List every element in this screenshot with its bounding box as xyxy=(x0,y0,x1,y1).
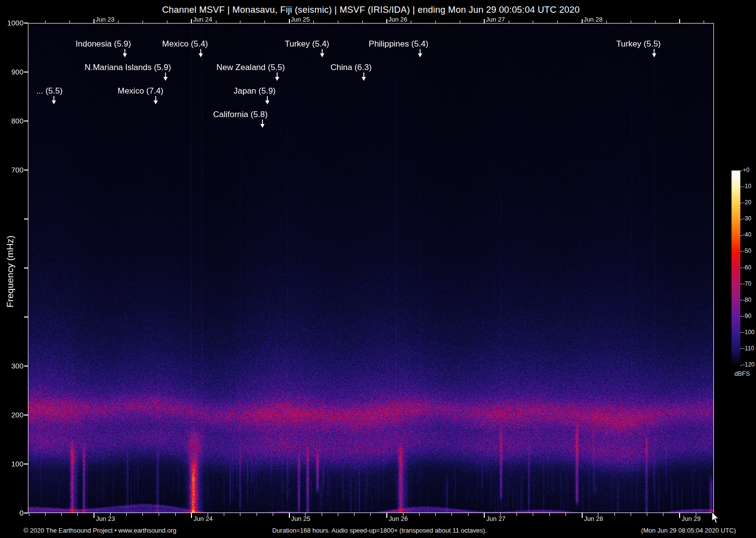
x-axis-bottom-tick xyxy=(175,513,176,516)
x-axis-bottom-tick xyxy=(159,513,159,516)
x-axis-top-tick xyxy=(45,21,46,23)
annotation-arrow-holder xyxy=(651,49,657,57)
x-axis-bottom-tick xyxy=(61,513,62,516)
x-axis-bottom-label: Jun 25 xyxy=(291,515,310,522)
footer-copyright: © 2020 The Earthsound Project • www.eart… xyxy=(24,527,176,534)
y-axis-tick xyxy=(24,415,28,416)
x-axis-top-tick xyxy=(533,21,533,23)
annotation-arrow-holder xyxy=(153,96,159,104)
colorbar-tick xyxy=(740,348,742,349)
x-axis-bottom-tick xyxy=(679,513,680,518)
x-axis-bottom-tick xyxy=(468,513,469,516)
x-axis-bottom-tick xyxy=(257,513,257,516)
y-axis-label: 800 xyxy=(2,117,24,125)
y-axis-label: 100 xyxy=(2,460,24,468)
x-axis-bottom-tick xyxy=(305,513,306,516)
colorbar-tick-label: +0 xyxy=(743,167,750,173)
down-arrow-icon xyxy=(361,73,367,81)
colorbar-tick-label: -80 xyxy=(743,296,751,303)
x-axis-bottom-label: Jun 27 xyxy=(486,515,505,522)
y-axis-label: 1000 xyxy=(2,19,24,27)
x-axis-bottom-tick xyxy=(208,513,208,516)
x-axis-top-tick xyxy=(509,21,509,23)
y-axis-tick xyxy=(24,464,28,465)
x-axis-bottom-label: Jun 24 xyxy=(193,515,213,522)
colorbar-tick-label: -50 xyxy=(743,247,751,254)
x-axis-top-tick xyxy=(484,19,485,23)
spectrogram-page: Channel MSVF | Monasavu, Fiji (seismic) … xyxy=(0,0,756,538)
y-axis-tick xyxy=(24,366,28,367)
annotation-label-california: California (5.8) xyxy=(213,110,268,120)
x-axis-top-label: Jun 27 xyxy=(486,16,505,23)
x-axis-bottom-tick xyxy=(354,513,354,516)
annotation-label-indonesia: Indonesia (5.9) xyxy=(75,39,131,49)
y-axis-tick xyxy=(24,513,28,514)
x-axis-top-tick xyxy=(411,21,411,23)
annotation-label-turkey: Turkey (5.5) xyxy=(616,39,661,49)
mouse-cursor-icon xyxy=(711,512,719,524)
colorbar-tick-label: -110 xyxy=(743,345,754,352)
chart-title: Channel MSVF | Monasavu, Fiji (seismic) … xyxy=(28,4,714,15)
annotation-arrow-holder xyxy=(198,49,204,57)
x-axis-bottom-label: Jun 28 xyxy=(584,515,603,522)
colorbar-tick-label: -100 xyxy=(743,329,755,336)
x-axis-top-tick xyxy=(606,21,607,23)
footer-timestamp: (Mon Jun 29 08:05:04 2020 UTC) xyxy=(641,527,736,534)
x-axis-bottom-tick xyxy=(224,513,224,516)
y-axis-label: 900 xyxy=(2,68,24,76)
y-axis-label: 300 xyxy=(2,362,24,370)
down-arrow-icon xyxy=(163,73,168,81)
x-axis-bottom-tick xyxy=(647,513,647,516)
x-axis-bottom-tick xyxy=(273,513,273,516)
x-axis-bottom-tick xyxy=(696,513,696,516)
annotation-label-etc: ... (5.5) xyxy=(36,86,63,96)
x-axis-bottom-tick xyxy=(386,513,387,518)
annotation-arrow-holder xyxy=(163,73,168,81)
x-axis-bottom-tick xyxy=(631,513,631,516)
down-arrow-icon xyxy=(417,49,423,57)
colorbar-tick-label: -20 xyxy=(743,199,751,206)
x-axis-top-tick xyxy=(655,21,656,23)
colorbar-tick xyxy=(740,365,742,366)
x-axis-bottom-tick xyxy=(370,513,371,516)
annotation-arrow-holder xyxy=(361,73,367,81)
x-axis-bottom-label: Jun 29 xyxy=(682,515,701,522)
x-axis-bottom-tick xyxy=(94,513,94,518)
x-axis-bottom-tick xyxy=(77,513,78,516)
down-arrow-icon xyxy=(264,96,270,104)
x-axis-bottom-tick xyxy=(338,513,338,516)
x-axis-bottom-tick xyxy=(549,513,550,516)
x-axis-top-tick xyxy=(704,21,704,23)
colorbar-tick-label: -30 xyxy=(743,215,751,222)
y-axis-tick xyxy=(24,72,28,73)
annotation-label-turkey: Turkey (5.4) xyxy=(284,39,329,49)
down-arrow-icon xyxy=(274,73,280,81)
down-arrow-icon xyxy=(122,49,128,57)
y-axis-label: 0 xyxy=(2,509,24,517)
down-arrow-icon xyxy=(651,49,657,57)
x-axis-top-tick xyxy=(460,21,460,23)
x-axis-top-tick xyxy=(191,19,192,23)
colorbar-tick xyxy=(740,316,742,317)
colorbar-tick-label: -40 xyxy=(743,231,751,238)
x-axis-bottom-tick xyxy=(566,513,566,516)
x-axis-top-tick xyxy=(313,21,314,23)
x-axis-bottom-label: Jun 26 xyxy=(389,515,408,522)
x-axis-top-tick xyxy=(582,19,583,23)
x-axis-top-label: Jun 23 xyxy=(95,16,115,23)
x-axis-bottom-tick xyxy=(289,513,290,518)
x-axis-bottom-tick xyxy=(126,513,127,516)
annotation-arrow-holder xyxy=(274,73,280,81)
annotation-label-n-mariana-islands: N.Mariana Islands (5.9) xyxy=(85,63,171,73)
x-axis-top-tick xyxy=(264,21,265,23)
x-axis-top-tick xyxy=(338,21,338,23)
x-axis-bottom-label: Jun 23 xyxy=(96,515,115,522)
x-axis-bottom-tick xyxy=(29,513,29,516)
y-axis-label: 200 xyxy=(2,411,24,419)
x-axis-top-label: Jun 24 xyxy=(193,16,212,23)
annotation-arrow-holder xyxy=(260,120,265,128)
annotation-arrow-holder xyxy=(417,49,423,57)
x-axis-top-tick xyxy=(70,21,70,23)
x-axis-bottom-tick xyxy=(322,513,322,516)
annotation-arrow-holder xyxy=(264,96,270,104)
